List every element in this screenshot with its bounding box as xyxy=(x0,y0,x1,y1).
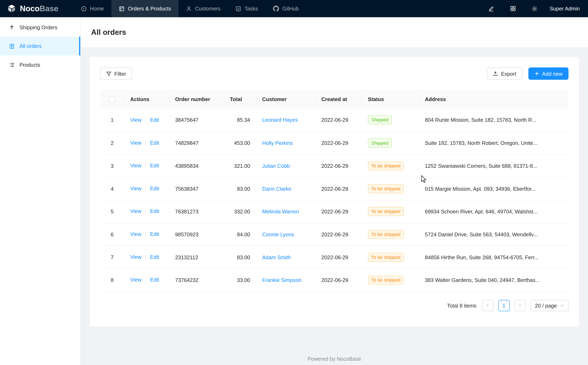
created-at-cell: 2022-06-29 xyxy=(315,223,362,246)
created-at-cell: 2022-06-29 xyxy=(315,200,362,223)
table-row: 3 ViewEdit 43895834 321.00 Julian Cobb 2… xyxy=(100,154,568,177)
filter-button[interactable]: Filter xyxy=(100,67,132,80)
order-document-icon xyxy=(9,43,15,49)
nav-item-orders-products[interactable]: Orders & Products xyxy=(111,0,179,17)
view-link[interactable]: View xyxy=(130,163,141,168)
customer-link[interactable]: Darin Clarke xyxy=(262,186,291,191)
customer-link[interactable]: Melinda Warren xyxy=(262,209,299,214)
edit-link[interactable]: Edit xyxy=(150,208,159,214)
column-header-customer: Customer xyxy=(256,90,315,109)
total-cell: 83.00 xyxy=(224,177,256,200)
pagination-next-button[interactable] xyxy=(515,300,526,311)
nav-item-label: Tasks xyxy=(244,6,258,11)
main-nav-menu: Home Orders & Products C xyxy=(73,0,306,17)
plus-icon xyxy=(534,71,539,76)
address-cell: 015 Margie Mission, Apt. 093, 34936, Ebe… xyxy=(419,177,568,200)
customer-link[interactable]: Adam Smith xyxy=(262,254,291,260)
select-all-checkbox[interactable] xyxy=(109,96,116,103)
table-body: 1 ViewEdit 38475647 85.34 Leonard Hayes … xyxy=(100,109,568,291)
pagination: Total 8 items 1 20 / page xyxy=(100,300,568,311)
pagination-page-1[interactable]: 1 xyxy=(498,300,509,311)
sidebar: Shipping Orders All orders Products xyxy=(0,17,81,365)
customer-link[interactable]: Leonard Hayes xyxy=(262,117,298,123)
edit-link[interactable]: Edit xyxy=(150,277,159,283)
sidebar-item-shipping-orders[interactable]: Shipping Orders xyxy=(0,18,80,37)
total-cell: 85.34 xyxy=(224,109,256,132)
highlighter-icon[interactable] xyxy=(485,3,497,15)
status-badge: To be shipped xyxy=(368,275,404,284)
view-link[interactable]: View xyxy=(130,254,141,260)
sidebar-item-products[interactable]: Products xyxy=(0,56,80,74)
chevron-right-icon xyxy=(518,303,522,308)
orders-card: Filter Export xyxy=(89,57,579,327)
chevron-left-icon xyxy=(486,303,490,308)
nav-item-label: Customers xyxy=(195,6,220,11)
customer-link[interactable]: Frankie Simpson xyxy=(262,277,301,283)
nav-item-label: GitHub xyxy=(282,6,299,11)
created-at-cell: 2022-06-29 xyxy=(315,268,362,291)
export-button-label: Export xyxy=(501,70,516,77)
view-link[interactable]: View xyxy=(130,208,141,214)
created-at-cell: 2022-06-29 xyxy=(315,154,362,177)
sidebar-item-label: Products xyxy=(20,62,40,68)
edit-link[interactable]: Edit xyxy=(150,186,159,191)
navbar-right: Super Admin xyxy=(476,0,588,17)
nav-item-label: Home xyxy=(90,6,104,11)
customer-link[interactable]: Julian Cobb xyxy=(262,163,290,168)
status-badge: Shipped xyxy=(368,138,392,147)
customer-link[interactable]: Connie Lyons xyxy=(262,231,294,237)
export-button[interactable]: Export xyxy=(487,67,522,80)
row-index: 4 xyxy=(111,186,114,191)
nav-item-tasks[interactable]: Tasks xyxy=(228,0,266,17)
customer-link[interactable]: Holly Perkins xyxy=(262,140,293,146)
action-divider xyxy=(145,118,146,123)
view-link[interactable]: View xyxy=(130,231,141,237)
page-size-select[interactable]: 20 / page xyxy=(530,300,568,311)
nav-item-home[interactable]: Home xyxy=(73,0,111,17)
table-row: 7 ViewEdit 23132112 83.00 Adam Smith 202… xyxy=(100,246,568,269)
address-cell: Suite 182, 15783, North Robert, Oregon, … xyxy=(419,131,568,154)
action-divider xyxy=(145,141,146,146)
filter-funnel-icon xyxy=(106,71,111,76)
edit-link[interactable]: Edit xyxy=(150,231,159,237)
row-index: 6 xyxy=(111,231,114,237)
address-cell: 383 Walter Gardens, Suite 040, 24947, Be… xyxy=(419,268,568,291)
row-index: 7 xyxy=(111,254,114,260)
gear-icon[interactable] xyxy=(529,3,541,15)
nav-item-label: Orders & Products xyxy=(128,6,171,11)
edit-link[interactable]: Edit xyxy=(150,140,159,146)
address-cell: 804 Runte Mission, Suite 182, 15783, Nor… xyxy=(419,109,568,132)
footer-powered-by: Powered by NocoBase xyxy=(81,356,588,362)
nav-item-customers[interactable]: Customers xyxy=(179,0,228,17)
orders-clipboard-icon xyxy=(119,6,124,11)
list-icon xyxy=(9,62,15,68)
arrow-up-icon xyxy=(9,25,15,30)
edit-link[interactable]: Edit xyxy=(150,254,159,260)
column-header-address: Address xyxy=(419,90,568,109)
sidebar-item-all-orders[interactable]: All orders xyxy=(0,37,80,56)
order-number-cell: 38475647 xyxy=(169,109,224,132)
row-index: 5 xyxy=(111,209,114,214)
nocobase-logo[interactable]: NocoBase xyxy=(0,0,65,17)
view-link[interactable]: View xyxy=(130,186,141,191)
pagination-prev-button[interactable] xyxy=(482,300,493,311)
blocks-grid-icon[interactable] xyxy=(507,3,519,15)
logo-wordmark: NocoBase xyxy=(20,4,58,13)
tasks-check-square-icon xyxy=(235,6,241,11)
edit-link[interactable]: Edit xyxy=(150,163,159,168)
user-menu[interactable]: Super Admin xyxy=(550,6,580,11)
pagination-total: Total 8 items xyxy=(447,302,477,308)
view-link[interactable]: View xyxy=(130,117,141,123)
action-divider xyxy=(145,232,146,237)
created-at-cell: 2022-06-29 xyxy=(315,246,362,269)
table-header-row: Actions Order number Total Customer Crea… xyxy=(100,90,568,109)
export-upload-icon xyxy=(493,71,498,76)
edit-link[interactable]: Edit xyxy=(150,117,159,123)
page-size-label: 20 / page xyxy=(535,302,557,308)
nav-item-github[interactable]: GitHub xyxy=(265,0,306,17)
view-link[interactable]: View xyxy=(130,140,141,146)
table-row: 1 ViewEdit 38475647 85.34 Leonard Hayes … xyxy=(100,109,568,132)
action-divider xyxy=(145,278,146,283)
view-link[interactable]: View xyxy=(130,277,141,283)
add-new-button[interactable]: Add new xyxy=(528,67,568,80)
